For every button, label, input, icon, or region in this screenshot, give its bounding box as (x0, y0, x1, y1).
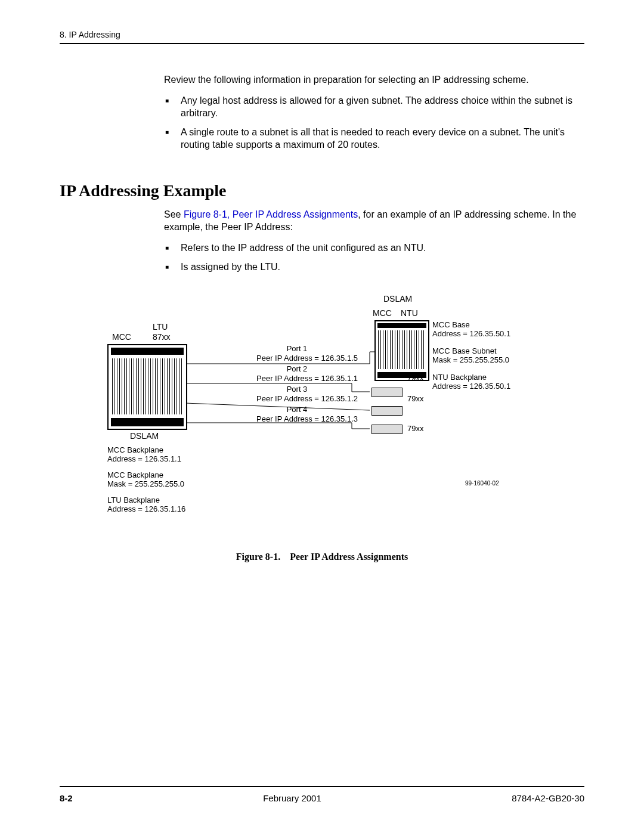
drawing-number: 99-16040-02 (465, 480, 499, 487)
label-mcc-right: MCC (373, 308, 392, 318)
label-dslam-right: DSLAM (383, 294, 412, 304)
see-prefix: See (164, 209, 184, 219)
section-heading: IP Addressing Example (60, 181, 584, 200)
ltu-backplane-addr: LTU Backplane Address = 126.35.1.16 (107, 496, 185, 513)
port4-peer: Peer IP Address = 126.35.1.3 (191, 414, 358, 423)
document-number: 8784-A2-GB20-30 (512, 793, 584, 803)
chapter-header: 8. IP Addressing (60, 30, 584, 39)
footer-rule (60, 786, 584, 787)
unit-79xx (371, 406, 402, 416)
label-ntu-right: NTU (401, 308, 418, 318)
figure-diagram: MCC LTU 87xx DSLAM Port 1 Peer IP Addres… (107, 295, 549, 534)
label-dslam-left: DSLAM (130, 431, 159, 441)
label-87xx: 87xx (153, 332, 171, 342)
intro-bullet: Any legal host address is allowed for a … (181, 95, 584, 120)
port1-label: Port 1 (273, 344, 321, 353)
label-79xx: 79xx (407, 394, 423, 403)
unit-79xx (371, 425, 402, 434)
port2-label: Port 2 (273, 364, 321, 373)
page-footer: 8-2 February 2001 8784-A2-GB20-30 (60, 786, 584, 803)
port1-peer: Peer IP Address = 126.35.1.5 (191, 354, 358, 363)
page-number: 8-2 (60, 793, 73, 803)
port2-peer: Peer IP Address = 126.35.1.1 (191, 374, 358, 383)
footer-date: February 2001 (263, 793, 321, 803)
port3-peer: Peer IP Address = 126.35.1.2 (191, 394, 358, 403)
mcc-backplane-mask: MCC Backplane Mask = 255.255.255.0 (107, 470, 184, 488)
mcc-base-addr: MCC Base Address = 126.35.50.1 (432, 320, 510, 338)
example-paragraph: See Figure 8-1, Peer IP Address Assignme… (164, 209, 584, 234)
label-79xx: 79xx (407, 373, 423, 382)
port3-label: Port 3 (273, 385, 321, 394)
intro-bullet: A single route to a subnet is all that i… (181, 126, 584, 151)
figure-caption: Figure 8-1. Peer IP Address Assignments (60, 552, 584, 562)
intro-paragraph: Review the following information in prep… (164, 74, 584, 86)
figure-crossref-link[interactable]: Figure 8-1, Peer IP Address Assignments (184, 209, 358, 219)
label-79xx: 79xx (407, 424, 423, 433)
example-bullet: Is assigned by the LTU. (181, 261, 584, 274)
unit-79xx (371, 388, 402, 397)
header-rule (60, 43, 584, 44)
label-mcc-left: MCC (112, 332, 131, 342)
mcc-base-mask: MCC Base Subnet Mask = 255.255.255.0 (432, 346, 509, 364)
ntu-backplane-addr: NTU Backplane Address = 126.35.50.1 (432, 373, 510, 391)
right-dslam-chassis (374, 320, 429, 381)
example-bullet: Refers to the IP address of the unit con… (181, 242, 584, 255)
port4-label: Port 4 (273, 405, 321, 414)
left-dslam-chassis (107, 344, 187, 430)
mcc-backplane-addr: MCC Backplane Address = 126.35.1.1 (107, 445, 181, 463)
label-ltu: LTU (153, 322, 168, 332)
